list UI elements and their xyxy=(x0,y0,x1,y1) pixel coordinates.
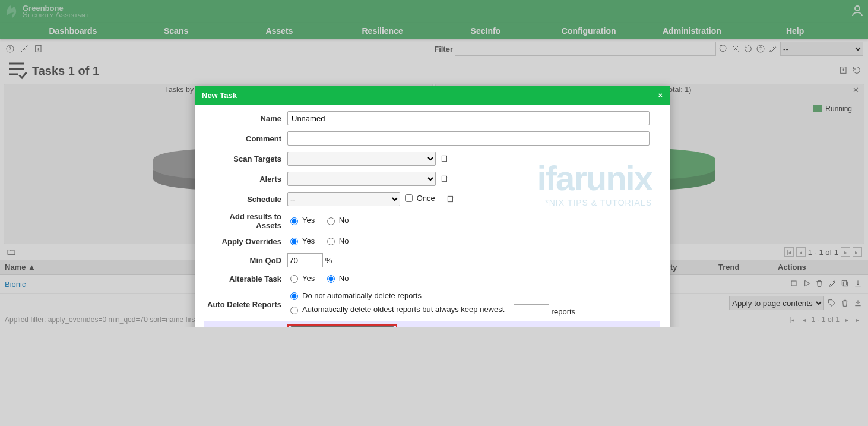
alerts-select[interactable] xyxy=(287,172,436,186)
overrides-yes[interactable]: Yes xyxy=(287,236,315,245)
new-target-icon[interactable] xyxy=(441,154,450,164)
label-alterable: Alterable Task xyxy=(204,270,287,288)
once-checkbox[interactable]: Once xyxy=(403,193,435,204)
label-add-results: Add results to Assets xyxy=(204,209,287,233)
label-schedule: Schedule xyxy=(204,189,287,209)
label-alerts: Alerts xyxy=(204,169,287,189)
autodel-keep-count[interactable] xyxy=(514,304,549,318)
add-results-no[interactable]: No xyxy=(324,216,349,225)
new-schedule-icon[interactable] xyxy=(446,195,456,204)
autodel-keep[interactable]: Do not automatically delete reports xyxy=(287,291,422,300)
overrides-no[interactable]: No xyxy=(324,236,349,245)
scan-targets-select[interactable] xyxy=(287,152,436,166)
dialog-header: New Task × xyxy=(195,86,670,105)
label-apply-overrides: Apply Overrides xyxy=(204,233,287,250)
schedule-select[interactable]: -- xyxy=(287,192,400,206)
svg-rect-10 xyxy=(448,196,453,201)
add-results-yes[interactable]: Yes xyxy=(287,216,315,225)
alterable-yes[interactable]: Yes xyxy=(287,273,315,283)
autodel-auto[interactable]: Automatically delete oldest reports but … xyxy=(287,305,504,314)
comment-input[interactable] xyxy=(287,131,650,146)
min-qod-input[interactable] xyxy=(287,253,323,267)
svg-rect-9 xyxy=(442,176,446,181)
dialog-title: New Task xyxy=(202,91,237,100)
svg-rect-8 xyxy=(442,156,446,161)
new-alert-icon[interactable] xyxy=(441,175,450,184)
alterable-no[interactable]: No xyxy=(324,273,349,283)
name-input[interactable] xyxy=(287,111,650,125)
new-task-dialog: New Task × ifarunix *NIX TIPS & TUTORIAL… xyxy=(195,86,670,327)
label-scan-targets: Scan Targets xyxy=(204,149,287,169)
label-name: Name xyxy=(204,108,287,128)
label-comment: Comment xyxy=(204,128,287,149)
label-auto-delete: Auto Delete Reports xyxy=(204,288,287,321)
close-icon[interactable]: × xyxy=(658,91,663,100)
label-min-qod: Min QoD xyxy=(204,250,287,270)
label-scanner: Scanner xyxy=(204,321,287,327)
scanner-select[interactable]: Kifarunix-demo OpenVAS ▾ xyxy=(290,326,394,327)
